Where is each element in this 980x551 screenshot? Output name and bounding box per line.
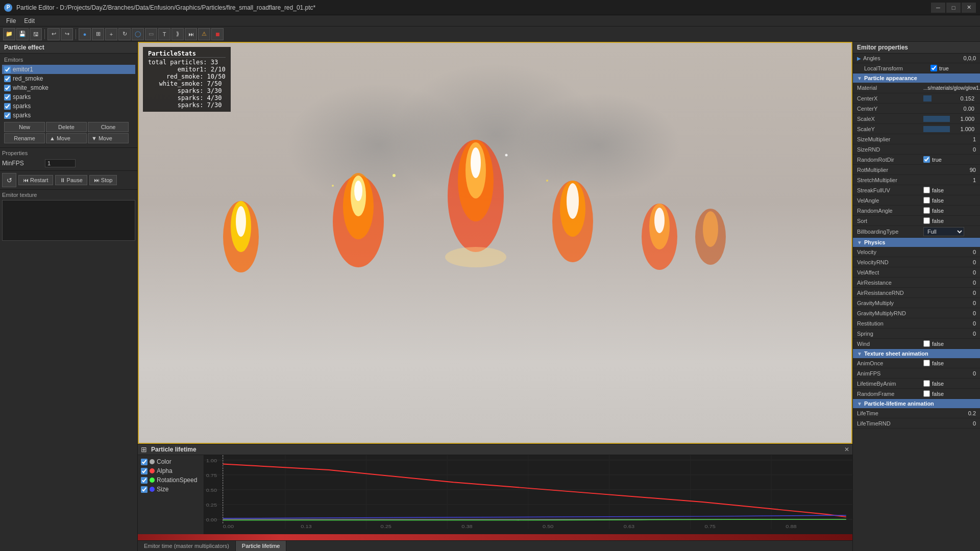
sort-checkbox[interactable] xyxy=(923,217,930,224)
lifetime-value: 0.2 xyxy=(923,410,976,416)
toolbar-open[interactable]: 📁 xyxy=(3,28,15,40)
menubar: File Edit xyxy=(0,15,980,27)
randomangle-check: false xyxy=(923,207,976,214)
wind-name: Wind xyxy=(857,341,923,347)
emitor-checkbox-4[interactable] xyxy=(4,103,11,110)
emitor-item-2[interactable]: white_smoke xyxy=(2,83,135,92)
emitor-item-1[interactable]: red_smoke xyxy=(2,74,135,83)
texture-anim-header[interactable]: ▼ Texture sheet animation xyxy=(853,349,980,358)
toolbar-warn[interactable]: ⚠ xyxy=(198,28,210,40)
stats-line-5: sparks: 4/30 xyxy=(148,94,226,102)
randomframe-checkbox[interactable] xyxy=(923,390,930,397)
emitor-item-5[interactable]: sparks xyxy=(2,111,135,120)
animonce-false: false xyxy=(932,360,944,366)
channel-size[interactable]: Size xyxy=(140,485,202,494)
toolbar-skip[interactable]: ⏭ xyxy=(185,28,197,40)
lifetimebyanim-name: LifetimeByAnim xyxy=(857,381,923,387)
toolbar-t1[interactable]: T xyxy=(158,28,170,40)
toolbar-grid[interactable]: ⊞ xyxy=(92,28,104,40)
scaley-num: 1.000 xyxy=(923,126,976,132)
emitor-item-0[interactable]: emitor1 xyxy=(2,65,135,74)
billboarding-select[interactable]: Full Vertical Horizontal xyxy=(923,227,964,236)
animonce-checkbox[interactable] xyxy=(923,360,930,366)
toolbar-circle[interactable]: ● xyxy=(79,28,91,40)
maximize-button[interactable]: □ xyxy=(946,3,961,13)
tab-particle-lifetime[interactable]: Particle lifetime xyxy=(236,541,287,551)
angles-collapse[interactable]: ▶ xyxy=(857,56,861,61)
bottom-collapse[interactable]: ✕ xyxy=(844,446,849,453)
stats-title: ParticleStats xyxy=(148,50,226,58)
toolbar-stop[interactable]: ⏹ xyxy=(211,28,224,40)
centery-name: CenterY xyxy=(857,106,923,112)
emitor-name-4: sparks xyxy=(13,103,31,110)
lifetimebyanim-checkbox[interactable] xyxy=(923,380,930,387)
delete-button[interactable]: Delete xyxy=(46,122,87,132)
emitor-checkbox-1[interactable] xyxy=(4,76,11,82)
clone-button[interactable]: Clone xyxy=(88,122,129,132)
channel-rotation-checkbox[interactable] xyxy=(141,477,148,484)
y-label-0: 1.00 xyxy=(206,458,217,463)
emitor-checkbox-0[interactable] xyxy=(4,66,11,73)
right-panel: Emitor properties ▶ Angles 0,0,0 LocalTr… xyxy=(852,42,980,551)
minfps-name: MinFPS xyxy=(2,160,43,167)
toolbar-redo[interactable]: ↪ xyxy=(61,28,73,40)
streakfulluv-false: false xyxy=(932,187,944,193)
emitor-checkbox-2[interactable] xyxy=(4,85,11,91)
wind-checkbox[interactable] xyxy=(923,340,930,347)
channel-rotation[interactable]: RotationSpeed xyxy=(140,475,202,485)
emitor-checkbox-3[interactable] xyxy=(4,94,11,101)
close-button[interactable]: ✕ xyxy=(962,3,976,13)
reset-button[interactable]: ↺ xyxy=(2,173,16,187)
velangle-checkbox[interactable] xyxy=(923,197,930,204)
minimize-button[interactable]: ─ xyxy=(931,3,945,13)
move-down-button[interactable]: ▼ Move xyxy=(88,133,129,143)
airresistance-value: 0 xyxy=(923,280,976,286)
menu-file[interactable]: File xyxy=(2,16,20,26)
channel-alpha-checkbox[interactable] xyxy=(141,468,148,474)
physics-header[interactable]: ▼ Physics xyxy=(853,238,980,247)
emitor-item-3[interactable]: sparks xyxy=(2,92,135,102)
toolbar-undo[interactable]: ↩ xyxy=(47,28,60,40)
localtransform-checkbox[interactable] xyxy=(930,65,937,71)
minfps-input[interactable] xyxy=(45,159,76,167)
animfps-name: AnimFPS xyxy=(857,370,923,377)
toolbar-plane[interactable]: ▭ xyxy=(145,28,157,40)
localtransform-value: true xyxy=(930,65,976,71)
appearance-header[interactable]: ▼ Particle appearance xyxy=(853,73,980,83)
emitor-item-4[interactable]: sparks xyxy=(2,102,135,111)
left-panel: Particle effect Emitors emitor1 red_smok… xyxy=(0,42,138,551)
velaffect-value: 0 xyxy=(923,269,976,276)
channel-alpha[interactable]: Alpha xyxy=(140,466,202,475)
tab-emitor-time[interactable]: Emitor time (master multiplicators) xyxy=(138,541,236,551)
lifetimernd-name: LifeTimeRND xyxy=(857,420,923,427)
rename-button[interactable]: Rename xyxy=(4,133,45,143)
streakfulluv-checkbox[interactable] xyxy=(923,187,930,193)
emitor-checkbox-5[interactable] xyxy=(4,112,11,119)
restart-button[interactable]: ⏮ Restart xyxy=(18,175,53,185)
emitor-name-2: white_smoke xyxy=(13,84,48,91)
scalex-name: ScaleX xyxy=(857,116,923,122)
channel-color-checkbox[interactable] xyxy=(141,459,148,465)
toolbar-refresh[interactable]: ↻ xyxy=(118,28,131,40)
channel-color[interactable]: Color xyxy=(140,457,202,466)
stop-button[interactable]: ⏭ Stop xyxy=(89,175,117,185)
velangle-false: false xyxy=(932,197,944,204)
randomrotdir-name: RandomRotDir xyxy=(857,157,923,163)
randomangle-checkbox[interactable] xyxy=(923,207,930,214)
x-label-5: 0.63 xyxy=(624,524,635,529)
randomframe-row: RandomFrame false xyxy=(853,389,980,399)
pause-button[interactable]: ⏸ Pause xyxy=(55,175,87,185)
toolbar-t2[interactable]: ⟫ xyxy=(172,28,184,40)
move-up-button[interactable]: ▲ Move xyxy=(46,133,87,143)
toolbar-save2[interactable]: 🖫 xyxy=(30,28,42,40)
randomrotdir-checkbox[interactable] xyxy=(923,156,930,163)
menu-edit[interactable]: Edit xyxy=(20,16,39,26)
channel-size-checkbox[interactable] xyxy=(141,486,148,493)
stretchmult-value: 1 xyxy=(923,177,976,183)
toolbar-add[interactable]: + xyxy=(105,28,117,40)
stats-line-0: total particles: 33 xyxy=(148,59,226,66)
lifetime-anim-header[interactable]: ▼ Particle-lifetime animation xyxy=(853,399,980,408)
toolbar-save[interactable]: 💾 xyxy=(16,28,29,40)
new-button[interactable]: New xyxy=(4,122,45,132)
toolbar-sphere[interactable]: ◯ xyxy=(132,28,144,40)
